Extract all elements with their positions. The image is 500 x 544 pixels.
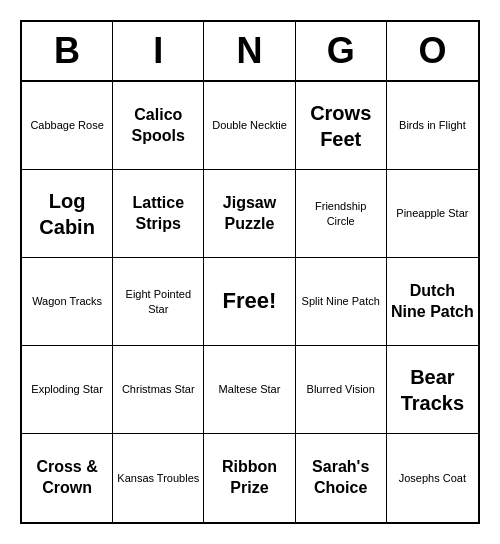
bingo-cell: Log Cabin [22, 170, 113, 258]
bingo-cell: Friendship Circle [296, 170, 387, 258]
bingo-cell: Maltese Star [204, 346, 295, 434]
bingo-card: BINGO Cabbage RoseCalico SpoolsDouble Ne… [20, 20, 480, 524]
header-letter: G [296, 22, 387, 80]
bingo-cell: Dutch Nine Patch [387, 258, 478, 346]
header-letter: I [113, 22, 204, 80]
bingo-cell: Eight Pointed Star [113, 258, 204, 346]
bingo-cell: Cross & Crown [22, 434, 113, 522]
bingo-cell: Calico Spools [113, 82, 204, 170]
bingo-cell: Cabbage Rose [22, 82, 113, 170]
bingo-header: BINGO [22, 22, 478, 82]
bingo-cell: Josephs Coat [387, 434, 478, 522]
bingo-cell: Blurred Vision [296, 346, 387, 434]
header-letter: O [387, 22, 478, 80]
bingo-cell: Ribbon Prize [204, 434, 295, 522]
bingo-cell: Sarah's Choice [296, 434, 387, 522]
bingo-cell: Bear Tracks [387, 346, 478, 434]
bingo-cell: Lattice Strips [113, 170, 204, 258]
bingo-cell: Exploding Star [22, 346, 113, 434]
header-letter: N [204, 22, 295, 80]
bingo-cell: Christmas Star [113, 346, 204, 434]
bingo-cell: Wagon Tracks [22, 258, 113, 346]
bingo-cell: Free! [204, 258, 295, 346]
header-letter: B [22, 22, 113, 80]
bingo-cell: Birds in Flight [387, 82, 478, 170]
bingo-grid: Cabbage RoseCalico SpoolsDouble NecktieC… [22, 82, 478, 522]
bingo-cell: Jigsaw Puzzle [204, 170, 295, 258]
bingo-cell: Double Necktie [204, 82, 295, 170]
bingo-cell: Kansas Troubles [113, 434, 204, 522]
bingo-cell: Pineapple Star [387, 170, 478, 258]
bingo-cell: Crows Feet [296, 82, 387, 170]
bingo-cell: Split Nine Patch [296, 258, 387, 346]
